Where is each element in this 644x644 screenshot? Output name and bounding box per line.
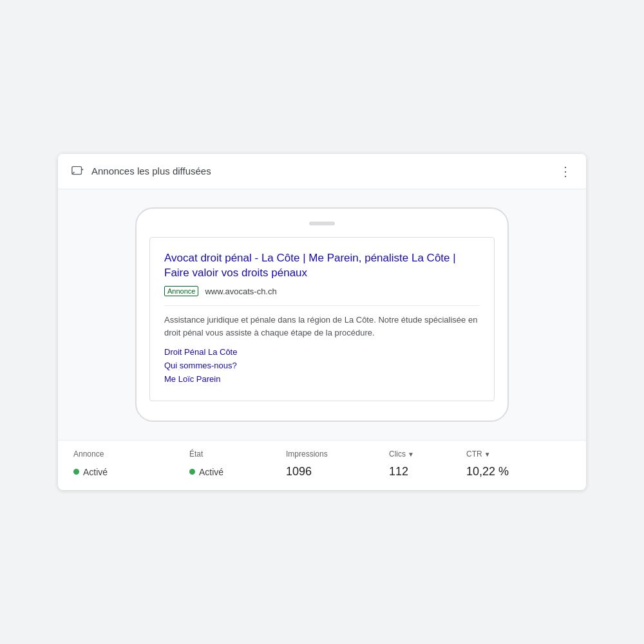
card-header-left: Annonces les plus diffusées [71,164,211,178]
clics-sort-arrow: ▼ [408,451,414,458]
ad-title: Avocat droit pénal - La Côte | Me Parein… [164,251,480,281]
ad-description: Assistance juridique et pénale dans la r… [164,314,480,339]
col-header-annonce: Annonce [73,450,189,459]
stats-data-row: Activé Activé 1096 112 10,22 % [73,465,571,478]
col-header-ctr[interactable]: CTR ▼ [466,450,544,459]
phone-speaker [309,222,335,225]
cell-etat: Activé [189,467,286,477]
cell-ctr: 10,22 % [466,465,544,478]
ad-url: www.avocats-ch.ch [205,287,276,296]
ad-box: Avocat droit pénal - La Côte | Me Parein… [149,237,495,402]
annonce-status-dot [73,469,79,475]
ad-url-row: Annonce www.avocats-ch.ch [164,286,480,296]
ad-icon [71,164,85,178]
stats-table: Annonce État Impressions Clics ▼ CTR ▼ A… [58,440,586,490]
phone-mockup: Avocat droit pénal - La Côte | Me Parein… [135,207,509,422]
annonce-badge: Annonce [164,286,198,296]
ad-sitelink-3[interactable]: Me Loïc Parein [164,374,480,384]
annonce-status-label: Activé [83,467,108,477]
ad-sitelink-2[interactable]: Qui sommes-nous? [164,361,480,370]
card-header: Annonces les plus diffusées ⋮ [58,154,586,189]
ctr-sort-arrow: ▼ [484,451,491,458]
card-title: Annonces les plus diffusées [91,166,211,176]
cell-annonce: Activé [73,467,189,477]
etat-status-dot [189,469,195,475]
col-header-etat: État [189,450,286,459]
cell-impressions: 1096 [286,465,389,478]
stats-header-row: Annonce État Impressions Clics ▼ CTR ▼ [73,450,571,459]
col-header-impressions: Impressions [286,450,389,459]
ad-sitelink-1[interactable]: Droit Pénal La Côte [164,347,480,357]
etat-status-label: Activé [199,467,223,477]
col-header-clics[interactable]: Clics ▼ [389,450,466,459]
main-card: Annonces les plus diffusées ⋮ Avocat dro… [58,154,586,491]
more-options-button[interactable]: ⋮ [559,165,573,178]
cell-clics: 112 [389,465,466,478]
ad-divider [164,305,480,306]
phone-area: Avocat droit pénal - La Côte | Me Parein… [58,189,586,440]
